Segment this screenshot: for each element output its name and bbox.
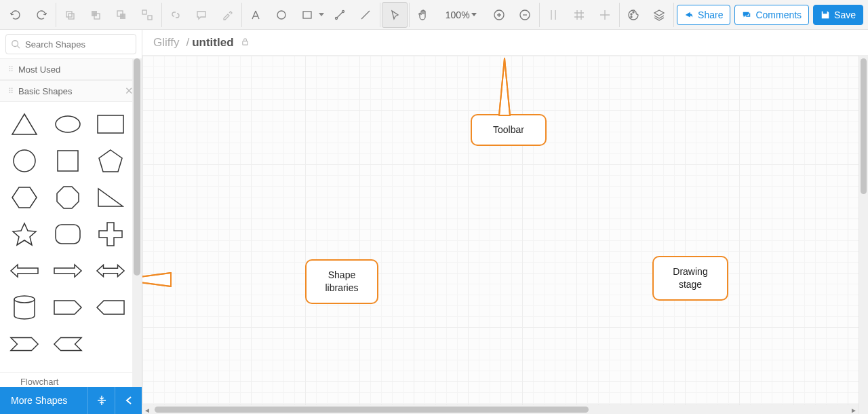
grip-icon: ⠿ (8, 65, 13, 74)
zoom-value: 100% (446, 10, 470, 20)
svg-rect-21 (58, 151, 78, 171)
svg-rect-22 (56, 225, 80, 244)
send-back-button[interactable] (108, 2, 134, 28)
sidebar-scrollbar[interactable] (132, 58, 142, 387)
callout-stage: Drawing stage (652, 256, 728, 301)
shape-ellipse[interactable] (53, 111, 83, 137)
doc-name[interactable]: untitled (192, 36, 233, 50)
shape-circle[interactable] (9, 148, 39, 174)
eyedropper-button[interactable] (214, 2, 240, 28)
stage-scrollbar-horizontal[interactable]: ◄ ► (142, 404, 859, 414)
line-tool[interactable] (353, 2, 378, 28)
callout-pointer-toolbar (491, 56, 518, 120)
svg-point-8 (277, 11, 285, 19)
shape-star[interactable] (9, 221, 39, 247)
callout-shapes: Shape libraries (305, 259, 378, 304)
pointer-tool[interactable] (382, 2, 408, 28)
copy-button[interactable] (57, 2, 83, 28)
shape-tag-right[interactable] (53, 295, 83, 320)
shape-rectangle[interactable] (96, 111, 125, 137)
slash: / (186, 36, 189, 50)
shape-pentagon[interactable] (96, 148, 125, 174)
snap-center-button[interactable] (592, 2, 618, 28)
svg-rect-19 (98, 115, 123, 133)
text-tool[interactable] (243, 2, 269, 28)
shape-arrow-left[interactable] (9, 258, 39, 284)
scroll-right-arrow[interactable]: ► (849, 405, 859, 414)
undo-button[interactable] (3, 2, 28, 28)
shape-chevron-left[interactable] (53, 331, 83, 357)
more-shapes-button[interactable]: More Shapes (0, 395, 87, 406)
shape-chevron-right[interactable] (9, 331, 39, 357)
search-icon (11, 39, 20, 51)
svg-rect-7 (148, 16, 152, 20)
comments-button[interactable]: Comments (734, 5, 809, 25)
save-label: Save (834, 10, 856, 20)
lock-icon[interactable] (241, 37, 250, 48)
shape-hexagon[interactable] (9, 185, 39, 210)
svg-rect-0 (66, 12, 72, 17)
section-basic-shapes[interactable]: ⠿ Basic Shapes ✕ (0, 80, 142, 102)
section-flowchart-partial[interactable]: Flowchart (0, 372, 142, 387)
svg-point-15 (633, 12, 634, 13)
section-most-used[interactable]: ⠿ Most Used (0, 58, 142, 80)
shape-rounded-rect[interactable] (53, 221, 83, 247)
svg-rect-9 (303, 12, 311, 18)
zoom-caret-icon (471, 13, 477, 16)
share-label: Share (698, 10, 723, 20)
svg-point-16 (631, 16, 632, 18)
svg-rect-6 (142, 10, 146, 14)
layers-button[interactable] (646, 2, 672, 28)
zoom-in-button[interactable] (486, 2, 512, 28)
section-label: Basic Shapes (18, 86, 73, 96)
circle-tool[interactable] (269, 2, 294, 28)
shape-cross[interactable] (96, 221, 125, 247)
shape-square[interactable] (53, 148, 83, 174)
sidebar-footer: More Shapes (0, 387, 142, 414)
shapes-grid (0, 102, 142, 372)
shape-tag-left[interactable] (96, 295, 125, 320)
rectangle-tool[interactable] (294, 2, 320, 28)
zoom-level[interactable]: 100% (436, 10, 486, 20)
comments-label: Comments (755, 10, 802, 20)
shape-cylinder[interactable] (9, 295, 39, 320)
shape-placeholder (96, 331, 125, 357)
collapse-sidebar-button[interactable] (115, 387, 142, 414)
theme-button[interactable] (620, 2, 646, 28)
pan-tool[interactable] (410, 2, 436, 28)
svg-point-23 (14, 296, 35, 303)
svg-point-17 (12, 41, 18, 47)
svg-rect-1 (68, 14, 74, 19)
link-button[interactable] (163, 2, 189, 28)
search-input[interactable] (5, 34, 136, 54)
shape-arrow-right[interactable] (53, 258, 83, 284)
collapse-vertical-button[interactable] (87, 387, 115, 414)
save-button[interactable]: Save (813, 5, 863, 25)
scroll-left-arrow[interactable]: ◄ (142, 405, 152, 414)
shape-triangle[interactable] (9, 111, 39, 137)
toolbar: 100% Share Comm (0, 0, 868, 30)
shape-arrow-both[interactable] (96, 258, 125, 284)
rectangle-dropdown-caret[interactable] (319, 13, 324, 16)
comment-button[interactable] (189, 2, 214, 28)
share-button[interactable]: Share (677, 5, 730, 25)
doc-title-bar: Gliffy / untitled (142, 30, 868, 56)
snap-vertical-button[interactable] (540, 2, 566, 28)
svg-point-14 (631, 14, 632, 15)
brand-label: Gliffy (153, 36, 179, 50)
stage-scrollbar-vertical[interactable] (859, 56, 868, 414)
shape-right-triangle[interactable] (96, 185, 125, 210)
zoom-out-button[interactable] (512, 2, 538, 28)
svg-rect-24 (242, 41, 247, 45)
svg-point-18 (56, 116, 80, 132)
group-button[interactable] (134, 2, 160, 28)
grip-icon: ⠿ (8, 87, 13, 96)
snap-grid-button[interactable] (566, 2, 592, 28)
sidebar: ⠿ Most Used ⠿ Basic Shapes ✕ (0, 30, 142, 414)
redo-button[interactable] (28, 2, 54, 28)
connector-tool[interactable] (327, 2, 353, 28)
shape-octagon[interactable] (53, 185, 83, 210)
bring-front-button[interactable] (83, 2, 108, 28)
callout-pointer-shapes (142, 266, 174, 295)
svg-point-20 (14, 150, 35, 172)
